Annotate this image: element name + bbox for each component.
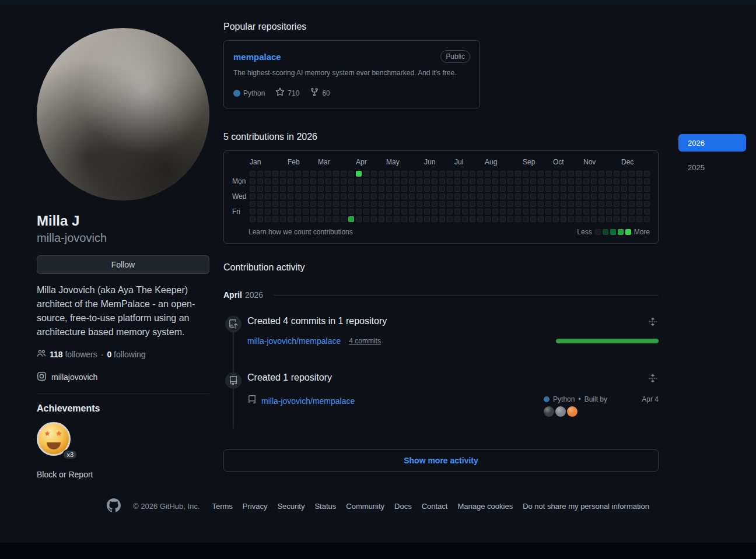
contribution-cell[interactable] <box>416 178 422 184</box>
contribution-cell[interactable] <box>303 194 309 199</box>
contribution-cell[interactable] <box>371 194 377 199</box>
contribution-cell[interactable] <box>447 194 453 199</box>
contribution-cell[interactable] <box>636 209 642 215</box>
contribution-cell[interactable] <box>598 201 604 207</box>
contribution-cell[interactable] <box>439 171 445 177</box>
contribution-cell[interactable] <box>333 171 339 177</box>
contribution-cell[interactable] <box>470 186 475 192</box>
contribution-cell[interactable] <box>265 186 271 192</box>
contribution-cell[interactable] <box>492 186 498 192</box>
contribution-cell[interactable] <box>614 209 620 215</box>
contribution-cell[interactable] <box>250 178 256 184</box>
contribution-cell[interactable] <box>485 186 491 192</box>
contribution-cell[interactable] <box>386 194 392 199</box>
contribution-cell[interactable] <box>583 209 589 215</box>
contribution-cell[interactable] <box>272 171 278 177</box>
contribution-cell[interactable] <box>568 171 574 177</box>
contribution-cell[interactable] <box>348 178 354 184</box>
contribution-cell[interactable] <box>598 178 604 184</box>
contribution-cell[interactable] <box>561 186 566 192</box>
contribution-cell[interactable] <box>644 178 650 184</box>
contribution-cell[interactable] <box>310 194 316 199</box>
contribution-cell[interactable] <box>515 186 521 192</box>
contribution-cell[interactable] <box>644 186 650 192</box>
contribution-cell[interactable] <box>326 194 331 199</box>
contribution-cell[interactable] <box>288 171 293 177</box>
contribution-cell[interactable] <box>515 209 521 215</box>
contribution-cell[interactable] <box>371 216 377 222</box>
contribution-cell[interactable] <box>500 178 506 184</box>
contribution-cell[interactable] <box>454 216 460 222</box>
contribution-cell[interactable] <box>288 216 293 222</box>
contribution-cell[interactable] <box>432 178 438 184</box>
contribution-cell[interactable] <box>576 178 582 184</box>
contribution-cell[interactable] <box>614 171 620 177</box>
contribution-cell[interactable] <box>454 186 460 192</box>
contribution-cell[interactable] <box>576 186 582 192</box>
contribution-cell[interactable] <box>341 209 346 215</box>
contribution-cell[interactable] <box>401 171 407 177</box>
contribution-cell[interactable] <box>462 178 468 184</box>
created-repo-link[interactable]: milla-jovovich/mempalace <box>261 396 355 406</box>
contribution-cell[interactable] <box>303 201 309 207</box>
footer-link[interactable]: Status <box>314 502 336 511</box>
contribution-cell[interactable] <box>356 201 362 207</box>
contribution-cell[interactable] <box>310 216 316 222</box>
contribution-cell[interactable] <box>280 194 286 199</box>
contribution-cell[interactable] <box>447 178 453 184</box>
contribution-cell[interactable] <box>288 194 293 199</box>
contribution-cell[interactable] <box>356 178 362 184</box>
contribution-cell[interactable] <box>614 216 620 222</box>
contribution-cell[interactable] <box>386 216 392 222</box>
contribution-cell[interactable] <box>545 194 551 199</box>
contribution-cell[interactable] <box>485 201 491 207</box>
contribution-cell[interactable] <box>606 209 612 215</box>
contribution-cell[interactable] <box>447 209 453 215</box>
contribution-cell[interactable] <box>447 201 453 207</box>
contribution-cell[interactable] <box>621 186 627 192</box>
contribution-cell[interactable] <box>257 171 263 177</box>
contribution-cell[interactable] <box>591 186 597 192</box>
profile-avatar[interactable] <box>37 28 209 201</box>
contribution-cell[interactable] <box>416 216 422 222</box>
contribution-cell[interactable] <box>310 201 316 207</box>
contribution-cell[interactable] <box>265 171 271 177</box>
contribution-cell[interactable] <box>379 194 384 199</box>
contribution-cell[interactable] <box>409 209 415 215</box>
contribution-cell[interactable] <box>265 194 271 199</box>
contribution-cell[interactable] <box>454 209 460 215</box>
contribution-cell[interactable] <box>265 216 271 222</box>
contribution-cell[interactable] <box>379 186 384 192</box>
contribution-cell[interactable] <box>470 194 475 199</box>
contribution-cell[interactable] <box>568 201 574 207</box>
contribution-cell[interactable] <box>348 186 354 192</box>
contribution-cell[interactable] <box>379 209 384 215</box>
footer-link[interactable]: Contact <box>422 502 448 511</box>
contribution-cell[interactable] <box>462 186 468 192</box>
contribution-cell[interactable] <box>341 201 346 207</box>
contribution-cell[interactable] <box>356 194 362 199</box>
contribution-cell[interactable] <box>318 186 324 192</box>
contribution-cell[interactable] <box>439 178 445 184</box>
contribution-cell[interactable] <box>280 171 286 177</box>
contribution-cell[interactable] <box>538 194 544 199</box>
following-link[interactable]: 0 following <box>107 350 145 359</box>
contribution-cell[interactable] <box>386 171 392 177</box>
contribution-cell[interactable] <box>326 178 331 184</box>
contribution-cell[interactable] <box>341 178 346 184</box>
contribution-cell[interactable] <box>439 209 445 215</box>
contribution-cell[interactable] <box>371 201 377 207</box>
contribution-cell[interactable] <box>416 171 422 177</box>
contribution-cell[interactable] <box>333 178 339 184</box>
footer-link[interactable]: Terms <box>212 502 232 511</box>
contribution-cell[interactable] <box>583 186 589 192</box>
contribution-cell[interactable] <box>523 186 528 192</box>
contribution-cell[interactable] <box>553 209 559 215</box>
contribution-cell[interactable] <box>454 171 460 177</box>
contribution-cell[interactable] <box>432 186 438 192</box>
contribution-cell[interactable] <box>568 178 574 184</box>
builder-avatar[interactable] <box>555 406 566 417</box>
contribution-cell[interactable] <box>629 178 635 184</box>
contribution-cell[interactable] <box>454 201 460 207</box>
contribution-cell[interactable] <box>326 209 331 215</box>
